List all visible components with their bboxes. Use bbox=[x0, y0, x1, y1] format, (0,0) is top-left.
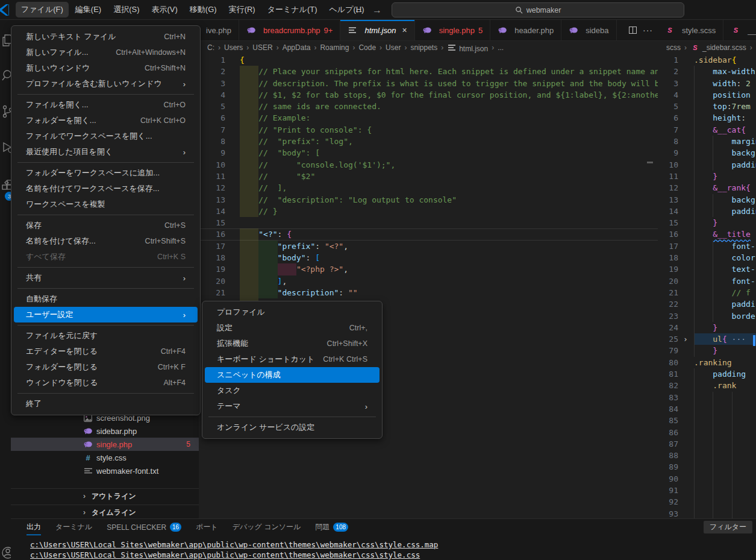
code-line-9[interactable]: 9background bbox=[658, 147, 756, 159]
explorer-icon[interactable] bbox=[1, 33, 11, 48]
code-line-93[interactable]: 93 bbox=[658, 508, 756, 518]
settings-menu-item[interactable]: 設定Ctrl+, bbox=[205, 320, 380, 336]
code-line-87[interactable]: 87 bbox=[658, 438, 756, 450]
code-line-10[interactable]: 10padding bbox=[658, 159, 756, 171]
file-menu-item[interactable]: エディターを閉じるCtrl+F4 bbox=[14, 344, 198, 359]
code-line-83[interactable]: 83 bbox=[658, 392, 756, 403]
close-icon[interactable]: × bbox=[402, 25, 407, 35]
filter-input[interactable]: フィルター bbox=[704, 521, 752, 533]
code-line-17[interactable]: 17"prefix": "<?", bbox=[199, 241, 658, 252]
menubar-item-s[interactable]: 選択(S) bbox=[108, 2, 145, 17]
code-line-21[interactable]: 21// f bbox=[658, 287, 756, 298]
sidebar-section-outline[interactable]: › アウトライン bbox=[11, 488, 199, 503]
breadcrumb[interactable]: scss›S_sidebar.scss› bbox=[658, 41, 756, 54]
search-sidebar-icon[interactable] bbox=[1, 68, 11, 83]
breadcrumb[interactable]: C:›Users›USER›AppData›Roaming›Code›User›… bbox=[199, 41, 658, 54]
menubar-item-v[interactable]: 表示(V) bbox=[146, 2, 183, 17]
tab-single-php[interactable]: single.php5 bbox=[415, 20, 491, 40]
code-line-90[interactable]: 90 bbox=[658, 473, 756, 485]
code-line-13[interactable]: 13background bbox=[658, 194, 756, 206]
breadcrumb-item-roaming[interactable]: Roaming bbox=[320, 43, 349, 52]
settings-menu-item[interactable]: プロファイル bbox=[205, 304, 380, 320]
code-line-12[interactable]: 12// ], bbox=[199, 182, 658, 193]
source-control-icon[interactable] bbox=[1, 104, 11, 119]
breadcrumb-item-html-json[interactable]: html.json bbox=[447, 43, 488, 53]
forward-arrow-icon[interactable]: → bbox=[372, 5, 382, 16]
code-line-16[interactable]: 16&__title bbox=[658, 228, 756, 240]
run-debug-icon[interactable] bbox=[1, 140, 11, 155]
code-line-5[interactable]: 5top:7rem bbox=[658, 101, 756, 112]
file-menu-item[interactable]: フォルダーを開く...Ctrl+K Ctrl+O bbox=[14, 113, 198, 128]
breadcrumb-item-item[interactable]: ... bbox=[498, 43, 504, 52]
panel-tab-spell-checker[interactable]: SPELL CHECKER16 bbox=[107, 519, 181, 535]
vscode-logo-icon[interactable] bbox=[0, 4, 9, 16]
code-line-3[interactable]: 3// description. The prefix is what is u… bbox=[199, 78, 658, 89]
file-menu-item[interactable]: 共有› bbox=[14, 270, 198, 286]
file-menu-item[interactable]: 名前を付けてワークスペースを保存... bbox=[14, 181, 198, 197]
breadcrumb-item-code[interactable]: Code bbox=[358, 43, 376, 52]
code-line-18[interactable]: 18"body": [ bbox=[199, 252, 658, 263]
code-line-8[interactable]: 8margin bbox=[658, 136, 756, 147]
tab-html-json[interactable]: html.json× bbox=[340, 20, 414, 40]
code-line-20[interactable]: 20font- bbox=[658, 275, 756, 287]
code-line-88[interactable]: 88 bbox=[658, 450, 756, 461]
breadcrumb-item-user[interactable]: USER bbox=[252, 43, 272, 52]
file-menu-item[interactable]: ワークスペースを複製 bbox=[14, 197, 198, 212]
tab-vari[interactable]: S__vari bbox=[723, 20, 756, 40]
code-line-4[interactable]: 4// $1, $2 for tab stops, $0 for the fin… bbox=[199, 89, 658, 101]
code-line-6[interactable]: 6// Example: bbox=[199, 112, 658, 124]
output-file-link[interactable]: c:\Users\USER\Local Sites\webmaker\app\p… bbox=[30, 540, 741, 550]
file-menu-item[interactable]: 名前を付けて保存...Ctrl+Shift+S bbox=[14, 233, 198, 249]
code-line-86[interactable]: 86 bbox=[658, 427, 756, 438]
code-line-79[interactable]: 79} bbox=[658, 345, 756, 356]
code-line-15[interactable]: 15 bbox=[199, 217, 658, 228]
panel-tab-item[interactable]: 問題108 bbox=[315, 519, 348, 535]
more-actions-icon[interactable]: ··· bbox=[643, 25, 653, 35]
code-line-2[interactable]: 2max-width bbox=[658, 66, 756, 77]
menubar-item-r[interactable]: 実行(R) bbox=[223, 2, 261, 17]
panel-tab-item[interactable]: ターミナル bbox=[55, 519, 92, 535]
code-line-19[interactable]: 19"<?php ?>", bbox=[199, 263, 658, 275]
breadcrumb-item-snippets[interactable]: snippets bbox=[410, 43, 437, 52]
code-line-17[interactable]: 17font- bbox=[658, 241, 756, 252]
settings-menu-item[interactable]: オンライン サービスの設定 bbox=[205, 420, 380, 435]
settings-menu-item[interactable]: タスク bbox=[205, 383, 380, 398]
settings-menu-item[interactable]: キーボード ショートカットCtrl+K Ctrl+S bbox=[205, 351, 380, 367]
code-line-22[interactable]: 22paddi bbox=[658, 298, 756, 310]
code-line-13[interactable]: 13// "description": "Log output to conso… bbox=[199, 194, 658, 206]
code-line-9[interactable]: 9// "body": [ bbox=[199, 147, 658, 159]
code-line-24[interactable]: 24} bbox=[658, 322, 756, 333]
code-line-14[interactable]: 14padding bbox=[658, 206, 756, 217]
code-line-20[interactable]: 20], bbox=[199, 275, 658, 287]
code-line-80[interactable]: 80.ranking bbox=[658, 357, 756, 368]
code-line-6[interactable]: 6height: bbox=[658, 112, 756, 124]
tab-sideba[interactable]: sideba bbox=[561, 20, 616, 40]
output-log[interactable]: c:\Users\USER\Local Sites\webmaker\app\p… bbox=[30, 540, 741, 560]
menubar-item-g[interactable]: 移動(G) bbox=[184, 2, 222, 17]
panel-tab-item[interactable]: 出力 bbox=[27, 519, 41, 535]
menubar-item-f[interactable]: ファイル(F) bbox=[16, 2, 69, 17]
split-editor-icon[interactable] bbox=[629, 27, 637, 34]
code-line-19[interactable]: 19text- bbox=[658, 263, 756, 275]
code-line-10[interactable]: 10// "console.log('$1');", bbox=[199, 159, 658, 171]
file-menu-item[interactable]: ウィンドウを閉じるAlt+F4 bbox=[14, 375, 198, 391]
code-line-12[interactable]: 12&__rank{ bbox=[658, 182, 756, 193]
code-line-11[interactable]: 11} bbox=[658, 171, 756, 182]
code-line-91[interactable]: 91 bbox=[658, 485, 756, 496]
sidebar-section-timeline[interactable]: › タイムライン bbox=[11, 505, 199, 520]
breadcrumb-item-users[interactable]: Users bbox=[224, 43, 243, 52]
code-line-16[interactable]: 16"<?": { bbox=[199, 228, 658, 240]
file-menu-item[interactable]: ファイルを開く...Ctrl+O bbox=[14, 97, 198, 113]
file-menu-item[interactable]: プロファイルを含む新しいウィンドウ› bbox=[14, 76, 198, 92]
code-line-14[interactable]: 14// } bbox=[199, 206, 658, 217]
code-line-84[interactable]: 84 bbox=[658, 403, 756, 415]
settings-menu-item[interactable]: スニペットの構成 bbox=[205, 367, 380, 383]
code-line-3[interactable]: 3width: 2 bbox=[658, 78, 756, 89]
settings-menu-item[interactable]: 拡張機能Ctrl+Shift+X bbox=[205, 336, 380, 351]
explorer-file-sidebar-php[interactable]: sidebar.php bbox=[11, 424, 199, 438]
breadcrumb-item-appdata[interactable]: AppData bbox=[283, 43, 311, 52]
explorer-file-single-php[interactable]: single.php5 bbox=[11, 438, 199, 451]
code-line-23[interactable]: 23borde bbox=[658, 310, 756, 322]
file-menu-item[interactable]: ユーザー設定› bbox=[14, 307, 198, 322]
tab-style-scss[interactable]: Sstyle.scss bbox=[658, 20, 723, 40]
